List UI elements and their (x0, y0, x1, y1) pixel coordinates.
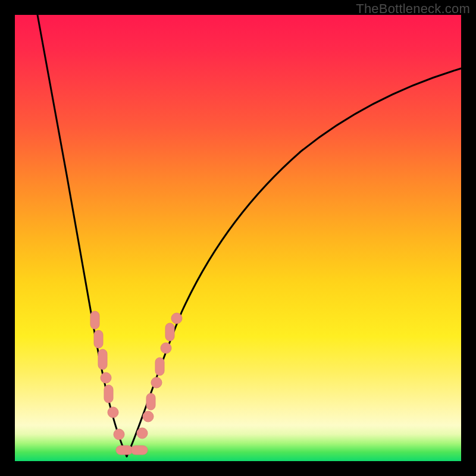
marker (90, 311, 99, 329)
marker (116, 446, 133, 455)
right-branch-curve (127, 68, 461, 456)
marker (98, 349, 107, 369)
marker (131, 446, 148, 455)
marker (146, 393, 155, 410)
marker (143, 411, 154, 422)
marker (108, 407, 118, 418)
marker (161, 343, 171, 353)
outer-frame: TheBottleneck.com (0, 0, 476, 476)
marker (151, 377, 162, 388)
marker (101, 372, 111, 383)
marker (165, 323, 174, 341)
watermark-text: TheBottleneck.com (356, 1, 470, 17)
marker (94, 330, 103, 348)
marker (114, 429, 124, 440)
marker (171, 313, 182, 324)
marker (137, 428, 148, 439)
chart-svg (15, 15, 461, 461)
marker (155, 358, 164, 375)
marker (104, 385, 113, 403)
